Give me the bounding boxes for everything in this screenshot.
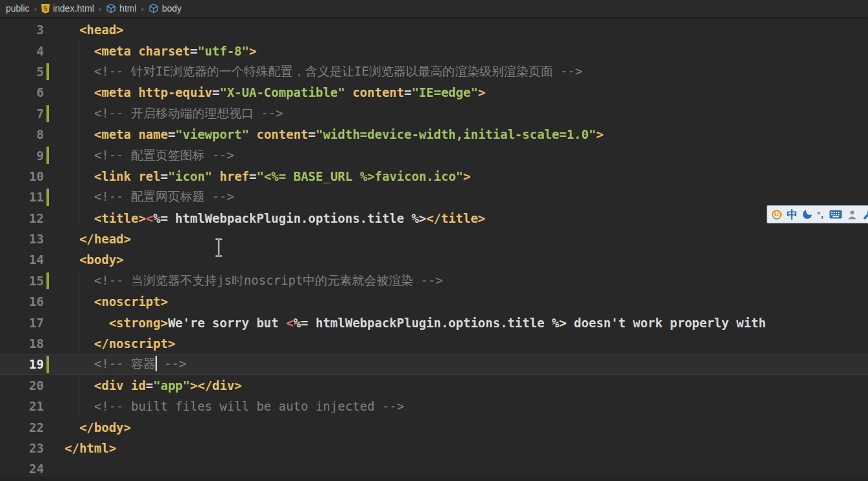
breadcrumb-item-html[interactable]: html	[119, 3, 136, 14]
gutter: 5	[0, 61, 65, 82]
code-token: <div id	[65, 378, 146, 393]
code-line[interactable]: 11 <!-- 配置网页标题 -->	[0, 187, 868, 207]
code-token: ></div>	[190, 378, 242, 393]
modified-line-indicator	[46, 272, 49, 289]
line-number: 15	[0, 274, 44, 288]
code-token: <head>	[65, 23, 124, 37]
gutter: 9	[0, 145, 65, 165]
gutter: 7	[0, 103, 65, 124]
line-number: 14	[0, 252, 44, 267]
code-token: >	[249, 44, 256, 58]
line-number: 22	[0, 420, 44, 435]
code-text: <!-- 配置网页标题 -->	[65, 189, 868, 205]
code-line[interactable]: 8 <meta name="viewport" content="width=d…	[0, 124, 868, 145]
moon-icon[interactable]	[803, 210, 812, 219]
code-token: <link rel	[65, 169, 161, 183]
gutter: 14	[0, 249, 65, 270]
code-token: =	[146, 378, 153, 393]
code-line[interactable]: 6 <meta http-equiv="X-UA-Compatible" con…	[0, 82, 868, 103]
code-token: content	[345, 85, 405, 99]
code-token: </head>	[65, 232, 131, 246]
line-number: 12	[0, 211, 44, 225]
code-token: <strong>	[65, 316, 168, 330]
keyboard-icon[interactable]	[829, 210, 842, 219]
code-token: "app"	[153, 378, 190, 393]
code-text: <!-- 针对IE浏览器的一个特殊配置，含义是让IE浏览器以最高的渲染级别渲染页…	[65, 63, 868, 80]
code-line[interactable]: 20 <div id="app"></div>	[0, 375, 868, 396]
gutter: 17	[0, 312, 65, 333]
code-line[interactable]: 17 <strong>We're sorry but <%= htmlWebpa…	[0, 312, 868, 333]
code-line[interactable]: 14 <body>	[0, 249, 868, 270]
vscode-editor-window: { "colors": { "bg": "#282828", "breadcru…	[0, 0, 868, 481]
code-line[interactable]: 3 <head>	[0, 19, 868, 40]
code-line[interactable]: 24	[0, 458, 868, 479]
code-text: <div id="app"></div>	[65, 378, 868, 393]
code-token: =	[249, 169, 256, 183]
gutter: 4	[0, 40, 65, 61]
code-line[interactable]: 16 <noscript>	[0, 291, 868, 312]
line-number: 7	[0, 107, 44, 121]
gutter: 6	[0, 82, 65, 103]
code-token: <meta name	[65, 127, 168, 141]
code-token: =	[404, 85, 411, 99]
code-text: <!-- 开启移动端的理想视口 -->	[65, 105, 868, 122]
line-number: 19	[0, 357, 44, 371]
line-number: 24	[0, 462, 44, 476]
code-token: <!-- 容器	[65, 356, 156, 371]
punctuation-indicator[interactable]: °,	[817, 210, 824, 220]
code-line[interactable]: 5 <!-- 针对IE浏览器的一个特殊配置，含义是让IE浏览器以最高的渲染级别渲…	[0, 61, 868, 82]
code-text: <meta http-equiv="X-UA-Compatible" conte…	[65, 85, 868, 99]
breadcrumb-item-body[interactable]: body	[162, 3, 181, 14]
code-line[interactable]: 21 <!-- built files will be auto injecte…	[0, 396, 868, 416]
breadcrumb-item-filename[interactable]: index.html	[53, 3, 94, 14]
person-icon[interactable]	[847, 210, 857, 220]
breadcrumb-separator: ›	[99, 4, 101, 14]
gutter: 15	[0, 271, 65, 291]
code-token: "viewport"	[176, 127, 249, 141]
code-token: >	[596, 127, 603, 141]
code-line[interactable]: 18 </noscript>	[0, 333, 868, 354]
line-number: 11	[0, 190, 44, 204]
code-token: </html>	[65, 441, 116, 455]
code-token: =	[190, 44, 197, 58]
code-token: =	[168, 127, 175, 141]
cube-icon	[106, 3, 116, 14]
modified-line-indicator	[46, 63, 49, 80]
ime-status-bar[interactable]: U 中 °,	[767, 205, 868, 223]
code-token: </title>	[427, 211, 486, 225]
code-token: <title>	[65, 211, 146, 225]
line-number: 3	[0, 23, 44, 37]
code-line[interactable]: 10 <link rel="icon" href="<%= BASE_URL %…	[0, 166, 868, 187]
code-line[interactable]: 23</html>	[0, 438, 868, 458]
code-text: <!-- 配置页签图标 -->	[65, 147, 868, 164]
code-token: <!-- 配置网页标题 -->	[65, 189, 234, 203]
code-token: %= htmlWebpackPlugin.options.title %> do…	[294, 316, 766, 330]
line-number: 17	[0, 316, 44, 330]
line-number: 16	[0, 294, 44, 309]
code-token: <!-- 开启移动端的理想视口 -->	[65, 106, 283, 120]
gutter: 3	[0, 19, 65, 40]
code-line[interactable]: 19 <!-- 容器 -->	[0, 354, 868, 374]
chinese-mode-indicator[interactable]: 中	[787, 209, 798, 220]
code-token: "	[256, 169, 263, 183]
code-line[interactable]: 12 <title><%= htmlWebpackPlugin.options.…	[0, 208, 868, 229]
wrench-icon[interactable]	[862, 209, 868, 220]
code-text: <noscript>	[65, 294, 868, 309]
code-editor[interactable]: 3 <head>4 <meta charset="utf-8">5 <!-- 针…	[0, 17, 868, 481]
code-line[interactable]: 9 <!-- 配置页签图标 -->	[0, 145, 868, 165]
code-token: </noscript>	[65, 336, 176, 351]
line-number: 10	[0, 169, 44, 183]
gutter: 24	[0, 458, 65, 479]
code-token: "width=device-width,initial-scale=1.0"	[316, 127, 596, 141]
code-text: </head>	[65, 232, 868, 246]
sogou-logo-icon[interactable]: U	[772, 210, 782, 220]
gutter: 16	[0, 291, 65, 312]
breadcrumb-item-public[interactable]: public	[6, 3, 30, 14]
code-token: <noscript>	[65, 294, 168, 309]
code-line[interactable]: 13 </head>	[0, 229, 868, 249]
code-line[interactable]: 15 <!-- 当浏览器不支持js时noscript中的元素就会被渲染 -->	[0, 271, 868, 291]
code-line[interactable]: 7 <!-- 开启移动端的理想视口 -->	[0, 103, 868, 124]
code-token: = BASE_URL %>favicon.ico	[279, 169, 456, 183]
code-line[interactable]: 22 </body>	[0, 416, 868, 437]
code-line[interactable]: 4 <meta charset="utf-8">	[0, 40, 868, 61]
